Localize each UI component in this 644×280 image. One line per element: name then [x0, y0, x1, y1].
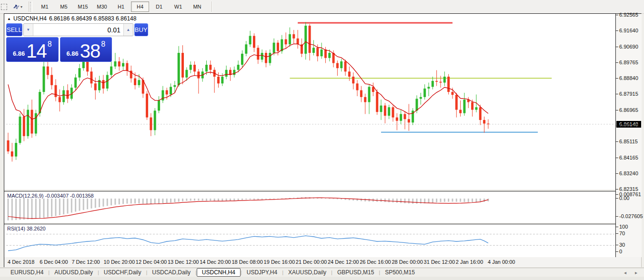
one-click-trading-panel: SELL ▼ ▲ BUY 6.86 14 8 6.86 — [6, 23, 112, 62]
buy-price-main: 38 — [80, 43, 101, 59]
rsi-panel[interactable]: RSI(14) 38.2620 — [4, 224, 615, 258]
chart-tab-sp500[interactable]: SP500,M15 — [380, 269, 420, 276]
timeframe-h4[interactable]: H4 — [131, 1, 149, 12]
rsi-axis-label: 70 — [619, 230, 625, 236]
timeframe-m15[interactable]: M15 — [74, 1, 92, 12]
collapse-chart-icon[interactable]: ▲ — [7, 17, 11, 21]
macd-axis-label: 0.00 — [619, 195, 629, 201]
volume-decrease-icon[interactable]: ▼ — [24, 24, 33, 36]
buy-price-box[interactable]: 6.86 38 8 — [60, 37, 112, 62]
time-axis-label: 14 Dec 20:00 — [200, 259, 231, 265]
timeframe-mn[interactable]: MN — [188, 1, 206, 12]
time-axis-label: 4 Jan 00:00 — [488, 259, 515, 265]
timeframe-m1[interactable]: M1 — [36, 1, 54, 12]
price-panel[interactable]: ▲ USDCNH,H4 6.86186 6.86439 6.85883 6.86… — [4, 14, 615, 190]
rsi-axis-label: 30 — [619, 242, 625, 248]
chart-tab-eurusd[interactable]: EURUSD,H4 — [6, 269, 48, 276]
sell-price-pip: 8 — [48, 40, 52, 49]
dropdown-caret-icon[interactable]: ▾ — [20, 5, 22, 9]
sell-button[interactable]: SELL — [6, 23, 22, 36]
buy-price-prefix: 6.86 — [66, 50, 78, 57]
timeframe-m5[interactable]: M5 — [55, 1, 73, 12]
timeframe-d1[interactable]: D1 — [150, 1, 168, 12]
chart-tab-usdcnh[interactable]: USDCNH,H4 — [197, 268, 241, 277]
timeframe-w1[interactable]: W1 — [169, 1, 187, 12]
price-axis-label: 6.87915 — [619, 91, 638, 97]
price-axis-label: 6.86965 — [619, 107, 638, 113]
buy-price-pip: 8 — [101, 40, 105, 49]
price-axis-label: 6.90690 — [619, 44, 638, 50]
chart-window: ▲ USDCNH,H4 6.86186 6.86439 6.85883 6.86… — [4, 13, 642, 267]
time-axis[interactable]: 4 Dec 20186 Dec 04:007 Dec 12:0010 Dec 2… — [4, 257, 641, 267]
time-axis-label: 31 Dec 12:00 — [424, 259, 455, 265]
price-axis-label: 6.86040 — [619, 123, 638, 129]
volume-spinner: ▼ ▲ — [23, 23, 133, 36]
sell-price-prefix: 6.86 — [13, 50, 25, 57]
time-axis-label: 21 Dec 00:00 — [296, 259, 327, 265]
timeframe-buttons: M1M5M15M30H1H4D1W1MN — [35, 1, 207, 12]
macd-chart — [4, 191, 615, 223]
tab-scroll-arrows: ◂▸ — [624, 270, 637, 275]
chart-tab-audusd[interactable]: AUDUSD,Daily — [50, 269, 98, 276]
toolbar-separator — [29, 1, 32, 12]
price-axis-label: 6.83240 — [619, 170, 638, 176]
timeframe-m30[interactable]: M30 — [93, 1, 111, 12]
chart-tab-usdjpy[interactable]: USDJPY,H4 — [242, 269, 282, 276]
time-axis-label: 7 Dec 12:00 — [71, 259, 100, 265]
time-axis-label: 26 Dec 16:00 — [360, 259, 391, 265]
time-axis-label: 12 Dec 04:00 — [136, 259, 167, 265]
toolbar-separator-2 — [211, 1, 212, 12]
rsi-axis-label: 100 — [619, 224, 628, 230]
time-axis-label: 10 Dec 20:00 — [104, 259, 135, 265]
rsi-label: RSI(14) 38.2620 — [7, 226, 46, 231]
tile-windows-icon[interactable]: ▾ — [10, 2, 25, 11]
price-axis-label: 6.89765 — [619, 60, 638, 65]
time-axis-label: 6 Dec 04:00 — [40, 259, 68, 265]
selection-rect-icon[interactable] — [0, 2, 10, 11]
macd-values: -0.003407 -0.001358 — [45, 193, 93, 199]
time-axis-label: 28 Dec 00:00 — [392, 259, 423, 265]
chart-symbol-period: USDCNH,H4 — [13, 15, 47, 22]
sell-price-box[interactable]: 6.86 14 8 — [6, 37, 59, 62]
chart-tab-xauusd[interactable]: XAUUSD,Daily — [283, 269, 331, 276]
price-axis[interactable]: 6.86148 6.925656.916406.906906.897656.88… — [615, 14, 642, 257]
timeframe-toolbar: ▾ M1M5M15M30H1H4D1W1MN — [0, 0, 644, 14]
chart-tab-bar: EURUSD,H4|AUDUSD,Daily|USDCHF,Daily|USDC… — [0, 268, 644, 277]
buy-button[interactable]: BUY — [134, 23, 148, 36]
volume-increase-icon[interactable]: ▲ — [123, 24, 133, 36]
price-axis-label: 6.92565 — [619, 12, 638, 18]
chart-tab-gbpusd[interactable]: GBPUSD,M15 — [332, 269, 379, 276]
time-axis-label: 24 Dec 12:00 — [328, 259, 359, 265]
volume-input[interactable] — [33, 24, 123, 36]
time-axis-label: 2 Jan 16:00 — [456, 259, 483, 265]
rsi-value: 38.2620 — [27, 226, 46, 231]
time-axis-label: 4 Dec 2018 — [8, 259, 34, 265]
chart-ohlc-values: 6.86186 6.86439 6.85883 6.86148 — [49, 15, 137, 22]
price-axis-label: 6.88840 — [619, 75, 638, 81]
macd-panel[interactable]: MACD(12,26,9) -0.003407 -0.001358 — [4, 191, 615, 224]
chart-tab-usdchf[interactable]: USDCHF,Daily — [99, 269, 146, 276]
rsi-axis-label: 0 — [619, 249, 622, 254]
tab-scroll-right-icon[interactable]: ▸ — [635, 270, 637, 275]
time-axis-label: 19 Dec 16:00 — [264, 259, 295, 265]
time-axis-label: 18 Dec 08:00 — [231, 259, 262, 265]
price-axis-label: 6.91640 — [619, 28, 638, 33]
price-axis-label: 6.84165 — [619, 155, 638, 160]
rsi-line — [8, 236, 488, 250]
rsi-chart — [4, 224, 615, 257]
price-axis-label: 6.85115 — [619, 139, 638, 144]
price-axis-label: 6.82315 — [619, 186, 638, 192]
sell-price-main: 14 — [26, 43, 47, 59]
macd-axis-label: -0.027605 — [619, 213, 643, 219]
timeframe-h1[interactable]: H1 — [112, 1, 130, 12]
tile-windows-glyph — [13, 3, 20, 10]
status-strip — [0, 277, 644, 280]
mt4-terminal: ▾ M1M5M15M30H1H4D1W1MN ▲ USDCNH,H4 6.861… — [0, 0, 644, 280]
macd-label: MACD(12,26,9) -0.003407 -0.001358 — [7, 193, 94, 199]
time-axis-label: 13 Dec 12:00 — [168, 259, 199, 265]
chart-title: ▲ USDCNH,H4 6.86186 6.86439 6.85883 6.86… — [7, 15, 136, 22]
chart-tab-usdcad[interactable]: USDCAD,Daily — [147, 269, 195, 276]
tab-scroll-left-icon[interactable]: ◂ — [624, 270, 626, 275]
